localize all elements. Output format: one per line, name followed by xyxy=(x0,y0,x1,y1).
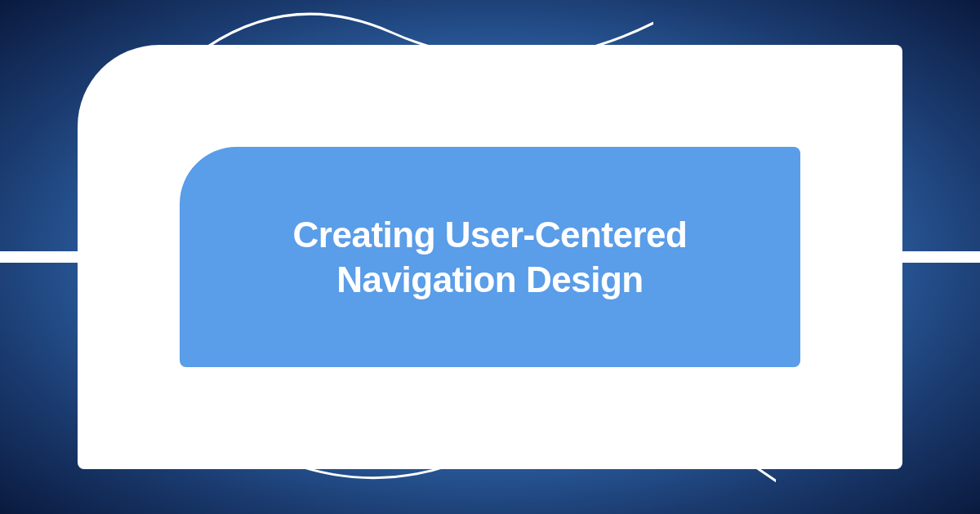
page-title: Creating User-Centered Navigation Design xyxy=(212,212,768,302)
decorative-line-right xyxy=(898,251,980,263)
decorative-wave-top xyxy=(163,0,653,147)
decorative-line-left xyxy=(0,251,82,263)
title-container: Creating User-Centered Navigation Design xyxy=(180,147,800,367)
decorative-wave-bottom xyxy=(204,367,776,514)
